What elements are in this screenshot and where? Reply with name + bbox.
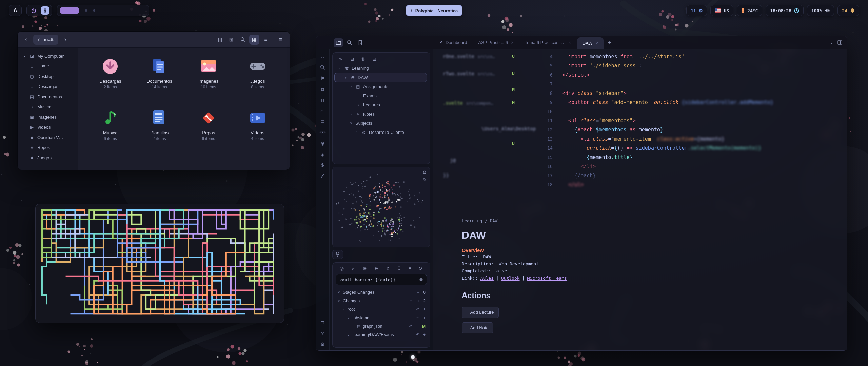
- code-line[interactable]: 14 on:click={() => sidebarController.sel…: [534, 144, 773, 153]
- tree-item-assignments[interactable]: ›▤Assignments: [334, 82, 428, 91]
- commit-icon[interactable]: ✓: [351, 266, 355, 271]
- pipes-terminal-window[interactable]: [35, 204, 284, 323]
- git-row-learning-daw-exams[interactable]: ∨Learning/DAW/Exams↶+: [336, 330, 427, 339]
- code-line[interactable]: 15 {memento.title}: [534, 153, 773, 162]
- notifications-module[interactable]: 24: [837, 5, 859, 16]
- new-tab-button[interactable]: +: [604, 36, 615, 49]
- row-action-icon[interactable]: ↶: [416, 332, 419, 337]
- code-line[interactable]: 7: [534, 80, 773, 89]
- folder-imagenes[interactable]: Imagenes10 items: [186, 53, 232, 105]
- folder-documentos[interactable]: Documentos14 items: [137, 53, 182, 105]
- code-line[interactable]: 4 import mementoes from '../../store.js': [534, 52, 773, 61]
- expander-icon[interactable]: ›: [349, 103, 353, 107]
- row-action-icon[interactable]: +: [417, 299, 419, 303]
- camera-icon[interactable]: ◉: [320, 140, 324, 146]
- launcher-button[interactable]: Λ: [9, 5, 22, 16]
- code-line[interactable]: 16 </li>: [534, 162, 773, 171]
- expander-icon[interactable]: ›: [355, 130, 359, 134]
- clear-message-icon[interactable]: ⊗: [419, 277, 423, 282]
- media-player-module[interactable]: ♪ Polyphia - Neurotica: [406, 5, 462, 16]
- row-action-icon[interactable]: ↶: [416, 307, 419, 312]
- tree-item-daw[interactable]: ∨DAW: [334, 73, 427, 82]
- tree-item-desarrollo-cliente[interactable]: ›⊕Desarrollo-Cliente: [334, 128, 428, 137]
- graph-dots[interactable]: [333, 167, 430, 247]
- tree-item-notes[interactable]: ›✎Notes: [334, 109, 428, 119]
- tab-dashboard[interactable]: Dashboard: [433, 36, 473, 49]
- expander-icon[interactable]: ∨: [337, 290, 341, 294]
- close-tab-icon[interactable]: ×: [569, 40, 571, 45]
- close-tab-icon[interactable]: ×: [511, 40, 514, 45]
- row-action-icon[interactable]: ↶: [416, 316, 419, 320]
- code-icon[interactable]: </>: [319, 129, 326, 135]
- expander-icon[interactable]: ∨: [337, 299, 341, 303]
- tree-item-learning[interactable]: ∨Learning: [334, 64, 428, 73]
- help-icon[interactable]: ?: [321, 330, 324, 336]
- fm-sidebar-item-musica[interactable]: ♪Musica: [20, 102, 76, 112]
- bookmarks-panel-icon[interactable]: [355, 38, 365, 47]
- code-line[interactable]: 6</script>: [534, 70, 773, 80]
- close-icon[interactable]: ✗: [321, 173, 325, 179]
- breadcrumb[interactable]: ⌂ matt: [33, 35, 58, 45]
- add-lecture-button[interactable]: + Add Lecture: [462, 307, 499, 318]
- notes-app-button[interactable]: [41, 6, 49, 15]
- row-action-icon[interactable]: +: [423, 307, 426, 312]
- workspace-visualizer-module[interactable]: [57, 5, 149, 16]
- code-line[interactable]: 12 {#each $mementoes as memento}: [534, 125, 773, 135]
- git-row--obsidian[interactable]: ∨.obsidian↶+: [336, 313, 427, 322]
- folder-musica[interactable]: Musica6 items: [87, 105, 133, 156]
- note-breadcrumb[interactable]: Learning / DAW: [462, 218, 740, 223]
- graph-icon[interactable]: ◈: [321, 151, 324, 157]
- close-tab-icon[interactable]: ×: [596, 41, 598, 46]
- folder-juegos[interactable]: Juegos8 items: [235, 53, 280, 105]
- expander-icon[interactable]: ∨: [344, 76, 348, 79]
- daily-note-icon[interactable]: ▥: [320, 97, 325, 103]
- expander-icon[interactable]: ›: [349, 94, 353, 98]
- unstage-all-icon[interactable]: ⊖: [374, 266, 378, 271]
- fm-sidebar-item-documentos[interactable]: ▤Documentos: [20, 92, 76, 102]
- tree-item-lectures[interactable]: ›♪Lectures: [334, 100, 428, 109]
- refresh-icon[interactable]: ⟳: [419, 266, 423, 271]
- settings-icon[interactable]: ⚙: [320, 341, 325, 347]
- new-folder-icon[interactable]: ⊞: [350, 57, 354, 62]
- search-icon[interactable]: [238, 35, 248, 45]
- code-line[interactable]: 10: [534, 107, 773, 116]
- link-outlook[interactable]: Outlook: [501, 276, 520, 281]
- git-fork-icon[interactable]: [332, 250, 343, 259]
- workspace-dot[interactable]: [93, 9, 95, 12]
- expander-icon[interactable]: ∨: [342, 307, 346, 311]
- change-count[interactable]: 2: [423, 299, 426, 303]
- expander-icon[interactable]: ›: [349, 85, 353, 88]
- push-icon[interactable]: ↥: [386, 266, 390, 271]
- workspace-dot[interactable]: [85, 9, 87, 12]
- row-action-icon[interactable]: ↶: [410, 299, 413, 303]
- vault-switch-icon[interactable]: ⊡: [321, 320, 325, 325]
- tab-list-icon[interactable]: ∨: [830, 40, 833, 45]
- tree-item-exams[interactable]: ›!Exams: [334, 91, 428, 100]
- code-line[interactable]: 8<div class="sidebar">: [534, 89, 773, 98]
- power-button[interactable]: [29, 6, 38, 15]
- code-line[interactable]: 9 <button class="add-memento" on:click={…: [534, 98, 773, 107]
- stage-all-icon[interactable]: ⊕: [363, 266, 367, 271]
- keyboard-layout-module[interactable]: US: [710, 5, 733, 16]
- expander-icon[interactable]: ›: [349, 112, 353, 116]
- new-note-icon[interactable]: ✎: [339, 57, 343, 62]
- toggle-right-sidebar-icon[interactable]: [837, 40, 842, 45]
- row-action-icon[interactable]: +: [423, 316, 426, 320]
- fm-sidebar-item-home[interactable]: ⌂Home: [20, 61, 76, 71]
- expander-icon[interactable]: ∨: [347, 316, 350, 320]
- git-row-staged-changes[interactable]: ∨Staged Changes−0: [336, 288, 427, 297]
- volume-module[interactable]: 100%: [807, 5, 834, 16]
- fm-sidebar-item-imagenes[interactable]: ▣Imagenes: [20, 112, 76, 122]
- row-action-icon[interactable]: +: [423, 332, 426, 337]
- code-line[interactable]: 17 {/each}: [534, 171, 773, 180]
- expander-icon[interactable]: ∨: [349, 121, 353, 125]
- tab-daw[interactable]: DAW ×: [577, 37, 604, 49]
- git-row-changes[interactable]: ∨Changes↶+2: [336, 297, 427, 305]
- fm-sidebar-item-descargas[interactable]: ↓Descargas: [20, 82, 76, 92]
- folder-plantillas[interactable]: Plantillas7 items: [137, 105, 182, 156]
- graph-settings-icon[interactable]: ⚙: [422, 170, 427, 175]
- files-panel-icon[interactable]: [334, 38, 343, 47]
- git-row-graph-json[interactable]: ▤graph.json↶+M: [336, 322, 427, 330]
- add-note-button[interactable]: + Add Note: [462, 322, 493, 333]
- expander-icon[interactable]: ∨: [347, 333, 350, 337]
